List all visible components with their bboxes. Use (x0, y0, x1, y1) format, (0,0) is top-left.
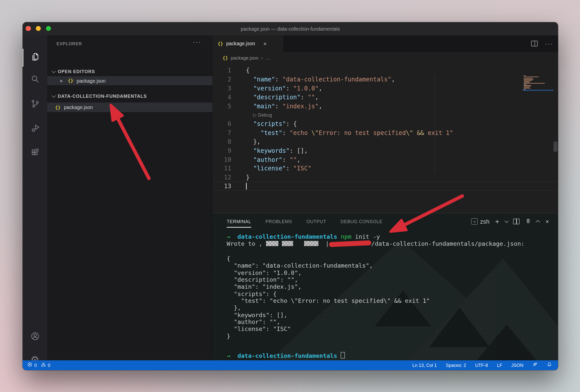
tab-terminal[interactable]: TERMINAL (227, 219, 251, 224)
code-line-3[interactable]: 3 "version": "1.0.0", (213, 84, 558, 93)
status-eol[interactable]: LF (497, 363, 502, 368)
indent-guide (442, 128, 442, 137)
tab-package-json[interactable]: {} package.json × (213, 35, 283, 52)
json-file-icon: {} (223, 56, 228, 61)
maximize-panel-icon[interactable] (536, 220, 540, 224)
open-editor-item-package-json[interactable]: × {} package.json (47, 76, 212, 85)
explorer-sidebar: EXPLORER ··· OPEN EDITORS × {} package.j… (47, 35, 212, 360)
workspace-folder-label: DATA-COLLECTION-FUNDAMENTALS (58, 93, 147, 99)
redaction-mosaic (304, 241, 318, 246)
status-indent[interactable]: Spaces: 2 (446, 363, 466, 368)
code-line-13[interactable]: 13 (213, 182, 558, 191)
codelens-debug[interactable]: ▷ Debug (213, 111, 558, 119)
editor-scrollbar[interactable] (554, 141, 558, 152)
activity-explorer[interactable] (23, 48, 47, 67)
code-line-7[interactable]: 7 "test": "echo \"Error: no test specifi… (213, 128, 558, 137)
files-icon (30, 52, 40, 63)
breadcrumb-more[interactable]: … (265, 56, 270, 61)
terminal-dropdown-icon[interactable] (505, 219, 509, 223)
errors-icon[interactable] (27, 362, 32, 369)
shell-label: zsh (480, 218, 489, 225)
extensions-icon (30, 147, 40, 159)
editor-actions: ··· (531, 35, 553, 52)
redaction-mosaic (266, 241, 278, 246)
tree-item-file-label: package.json (64, 105, 93, 110)
account-icon (30, 331, 40, 342)
terminal-line-13: } (227, 333, 230, 340)
more-actions-icon[interactable]: ··· (545, 40, 553, 47)
terminal-line-8: "test": "echo \"Error: no test specified… (227, 298, 430, 305)
code-line-12[interactable]: 12} (213, 173, 558, 182)
code-line-8[interactable]: 8 }, (213, 137, 558, 146)
code-line-6[interactable]: 6 "scripts": { (213, 120, 558, 128)
code-line-2[interactable]: 2 "name": "data-collection-fundamentals"… (213, 75, 558, 84)
breadcrumb[interactable]: {} package.json › … (213, 52, 558, 65)
terminal-line-14: → data-collection-fundamentals (227, 352, 345, 359)
split-terminal-icon[interactable] (513, 219, 520, 224)
activity-run-debug[interactable] (23, 120, 47, 138)
panel-header: TERMINAL PROBLEMS OUTPUT DEBUG CONSOLE >… (213, 213, 558, 229)
terminal-line-0: → data-collection-fundamentals npm init … (227, 233, 380, 240)
chevron-down-icon (52, 69, 56, 73)
kill-terminal-icon[interactable] (525, 218, 531, 225)
status-encoding[interactable]: UTF-8 (475, 363, 488, 368)
status-language[interactable]: JSON (511, 363, 523, 368)
terminal-line-10: "keywords": [], (227, 312, 287, 319)
vscode-window: package.json — data-collection-fundament… (23, 22, 558, 370)
status-line-col[interactable]: Ln 13, Col 1 (412, 363, 437, 368)
code-line-4[interactable]: 4 "description": "", (213, 93, 558, 102)
breadcrumb-file[interactable]: package.json (231, 56, 259, 61)
warnings-icon[interactable] (41, 362, 46, 369)
tab-problems[interactable]: PROBLEMS (266, 219, 292, 224)
close-icon[interactable]: × (60, 78, 63, 84)
explorer-more-actions-button[interactable]: ··· (193, 38, 201, 46)
shell-selector[interactable]: > zsh (471, 218, 489, 225)
terminal-line-3: "name": "data-collection-fundamentals", (227, 262, 373, 269)
tree-item-package-json[interactable]: {} package.json (47, 103, 212, 112)
errors-count[interactable]: 0 (34, 363, 37, 368)
terminal-line-4: "version": "1.0.0", (227, 269, 302, 276)
terminal-line-1: Wrote to , |/data-collection-fundamental… (227, 240, 525, 247)
terminal-panel: TERMINAL PROBLEMS OUTPUT DEBUG CONSOLE >… (212, 213, 558, 360)
code-line-11[interactable]: 11 "license": "ISC" (213, 164, 558, 173)
window-title: package.json — data-collection-fundament… (23, 22, 558, 35)
terminal-line-6: "main": "index.js", (227, 283, 302, 290)
tab-output[interactable]: OUTPUT (307, 219, 326, 224)
editor-cursor (246, 183, 247, 190)
notifications-bell-icon[interactable] (547, 362, 552, 369)
open-editors-label: OPEN EDITORS (58, 69, 95, 74)
terminal-line-2: { (227, 255, 230, 262)
close-tab-icon[interactable]: × (263, 40, 267, 47)
desktop: package.json — data-collection-fundament… (0, 0, 580, 392)
tab-debug-console[interactable]: DEBUG CONSOLE (341, 219, 383, 224)
chevron-down-icon (52, 93, 56, 98)
activity-accounts[interactable] (23, 328, 47, 346)
activity-source-control[interactable] (23, 95, 47, 113)
code-line-1[interactable]: 1{ (213, 66, 558, 75)
sidebar-title: EXPLORER (57, 41, 82, 46)
split-editor-icon[interactable] (531, 41, 538, 47)
warnings-count[interactable]: 0 (48, 363, 50, 368)
close-panel-icon[interactable]: × (546, 218, 549, 225)
code-line-9[interactable]: 9 "keywords": [], (213, 146, 558, 155)
activity-search[interactable] (23, 71, 47, 89)
terminal-line-7: "scripts": { (227, 290, 277, 298)
status-bar: 0 0 Ln 13, Col 1 Spaces: 2 UTF-8 LF JSON (23, 360, 558, 370)
code-area[interactable]: 1{2 "name": "data-collection-fundamental… (213, 66, 558, 191)
redaction-scribble (329, 240, 371, 247)
code-line-5[interactable]: 5 "main": "index.js", (213, 102, 558, 111)
terminal-icon: > (471, 218, 478, 225)
workspace-folder-header[interactable]: DATA-COLLECTION-FUNDAMENTALS (47, 91, 212, 101)
minimap-current-line (523, 90, 554, 91)
activity-extensions[interactable] (23, 144, 47, 162)
feedback-icon[interactable] (532, 362, 538, 369)
open-editors-header[interactable]: OPEN EDITORS (47, 67, 212, 76)
source-control-icon (30, 99, 40, 110)
new-terminal-button[interactable]: + (495, 217, 500, 226)
terminal-line-5: "description": "", (227, 276, 298, 283)
code-line-10[interactable]: 10 "author": "", (213, 155, 558, 164)
minimap[interactable] (523, 75, 554, 93)
terminal-line-12: "license": "ISC" (227, 326, 291, 333)
tab-label: package.json (226, 41, 255, 47)
indent-guide (435, 75, 435, 173)
